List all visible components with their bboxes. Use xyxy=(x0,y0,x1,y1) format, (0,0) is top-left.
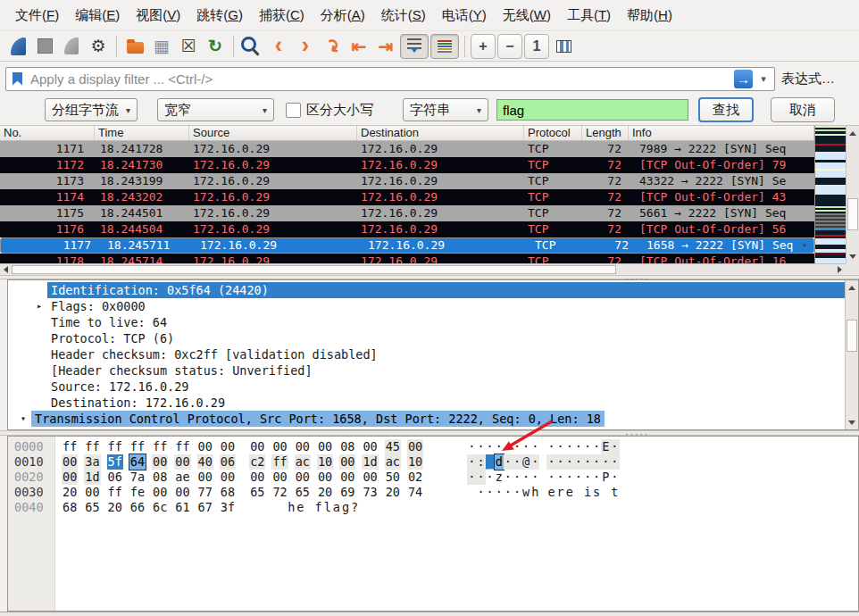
zoom-100-icon[interactable]: 1 xyxy=(524,34,549,59)
hex-byte[interactable]: ff xyxy=(271,454,288,470)
ascii-char[interactable]: · xyxy=(486,485,495,500)
ascii-char[interactable]: E xyxy=(601,439,610,454)
scroll-up-icon[interactable] xyxy=(846,281,858,294)
ascii-char[interactable]: · xyxy=(610,470,619,485)
ascii-char[interactable]: · xyxy=(592,454,601,470)
ascii-char[interactable]: · xyxy=(513,485,521,500)
add-filter-button[interactable]: + xyxy=(855,69,859,88)
hex-byte[interactable]: 00 xyxy=(220,470,236,485)
ascii-char[interactable]: · xyxy=(495,439,504,454)
menu-telephony[interactable]: 电话(Y) xyxy=(434,3,495,29)
packet-list-vertical-scrollbar[interactable] xyxy=(846,126,859,263)
detail-row[interactable]: [Header checksum status: Unverified] xyxy=(8,362,858,379)
menu-statistics[interactable]: 统计(S) xyxy=(373,3,434,29)
ascii-char[interactable]: · xyxy=(467,439,476,454)
hex-byte[interactable]: ac xyxy=(295,454,311,470)
detail-row[interactable]: Identification: 0x5f64 (24420) xyxy=(8,282,858,298)
scroll-up-icon[interactable] xyxy=(846,127,859,139)
hex-byte[interactable]: ff xyxy=(107,439,123,454)
ascii-char[interactable]: · xyxy=(467,470,476,485)
ascii-char[interactable]: · xyxy=(504,485,513,500)
menu-view[interactable]: 视图(V) xyxy=(128,3,188,29)
column-header-time[interactable]: Time xyxy=(95,126,189,140)
stop-capture-icon[interactable] xyxy=(32,34,57,59)
hex-byte[interactable]: 00 xyxy=(197,470,213,485)
hex-byte[interactable]: 50 xyxy=(385,470,401,485)
hex-byte[interactable]: 00 xyxy=(249,439,265,454)
hex-byte[interactable]: 45 xyxy=(385,439,401,454)
expander-icon[interactable]: ▾ xyxy=(17,411,29,427)
hex-byte[interactable]: 7a xyxy=(129,470,146,485)
zoom-in-icon[interactable]: + xyxy=(471,34,496,59)
hex-byte[interactable]: 06 xyxy=(220,454,236,470)
ascii-char[interactable]: · xyxy=(504,454,513,470)
char-width-select[interactable]: 宽窄 xyxy=(157,98,274,121)
hex-byte[interactable]: 73 xyxy=(362,485,378,500)
ascii-char[interactable] xyxy=(574,485,583,500)
ascii-char[interactable]: d xyxy=(495,454,504,470)
hex-byte[interactable]: 02 xyxy=(407,470,423,485)
search-scope-select[interactable]: 分组字节流 xyxy=(45,98,138,121)
hex-byte[interactable]: ff xyxy=(152,439,168,454)
ascii-char[interactable]: · xyxy=(592,439,601,454)
ascii-char[interactable]: · xyxy=(504,470,513,485)
hex-byte[interactable]: 68 xyxy=(220,485,236,500)
hex-byte[interactable]: 08 xyxy=(339,439,355,454)
column-header-destination[interactable]: Destination xyxy=(357,126,524,140)
detail-row[interactable]: Header checksum: 0xc2ff [validation disa… xyxy=(8,346,858,362)
ascii-char[interactable]: · xyxy=(530,439,539,454)
hex-byte[interactable]: fe xyxy=(129,485,146,500)
hex-byte[interactable]: ff xyxy=(174,439,190,454)
ascii-char[interactable]: · xyxy=(565,439,574,454)
ascii-char[interactable]: · xyxy=(530,454,539,470)
menu-edit[interactable]: 编辑(E) xyxy=(67,3,128,29)
packet-row[interactable]: 117618.244504172.16.0.29172.16.0.29TCP72… xyxy=(0,221,814,237)
hex-byte[interactable]: 1d xyxy=(362,454,378,470)
ascii-char[interactable]: · xyxy=(592,470,601,485)
ascii-char[interactable]: s xyxy=(592,485,601,500)
hex-byte[interactable]: 74 xyxy=(407,485,423,500)
hex-byte[interactable]: 10 xyxy=(407,454,423,470)
hex-byte[interactable]: 61 xyxy=(174,500,190,515)
display-filter-input[interactable] xyxy=(5,67,775,91)
ascii-char[interactable]: · xyxy=(556,470,565,485)
hex-byte[interactable]: 20 xyxy=(62,485,78,500)
menu-go[interactable]: 跳转(G) xyxy=(188,3,251,29)
hex-byte[interactable]: 00 xyxy=(295,439,311,454)
save-file-icon[interactable]: ▦ xyxy=(149,34,174,59)
ascii-char[interactable]: · xyxy=(556,454,565,470)
hex-byte[interactable]: ae xyxy=(174,470,190,485)
hex-byte[interactable]: 65 xyxy=(249,485,265,500)
ascii-char[interactable]: · xyxy=(546,439,555,454)
hex-byte[interactable]: 20 xyxy=(317,485,333,500)
details-vertical-scrollbar[interactable] xyxy=(845,280,858,429)
search-type-select[interactable]: 字符串 xyxy=(403,98,488,121)
menu-wireless[interactable]: 无线(W) xyxy=(495,3,559,29)
ascii-char[interactable]: g xyxy=(341,500,350,515)
detail-row[interactable]: ▸Flags: 0x0000 xyxy=(8,298,858,314)
column-header-protocol[interactable]: Protocol xyxy=(524,126,582,140)
hex-byte[interactable]: 20 xyxy=(107,500,123,515)
cancel-button[interactable]: 取消 xyxy=(771,97,835,122)
hex-byte[interactable]: ff xyxy=(107,485,123,500)
hex-byte[interactable]: 65 xyxy=(295,485,311,500)
hex-byte[interactable]: 00 xyxy=(174,454,190,470)
hex-byte[interactable]: 00 xyxy=(317,439,333,454)
ascii-char[interactable]: · xyxy=(521,439,530,454)
scroll-left-icon[interactable] xyxy=(0,264,12,275)
hex-byte[interactable]: 06 xyxy=(107,470,123,485)
ascii-char[interactable]: · xyxy=(546,454,555,470)
find-button[interactable]: 查找 xyxy=(698,97,754,122)
display-filter-field[interactable] xyxy=(5,67,775,91)
colorize-icon[interactable] xyxy=(430,34,459,59)
go-last-icon[interactable]: ⇥ xyxy=(373,34,398,59)
hex-byte[interactable]: 5f xyxy=(107,454,123,470)
ascii-char[interactable]: ? xyxy=(350,500,359,515)
hex-byte[interactable]: 10 xyxy=(317,454,333,470)
detail-row[interactable]: Destination: 172.16.0.29 xyxy=(8,395,858,411)
ascii-char[interactable]: · xyxy=(556,439,565,454)
filter-history-dropdown-icon[interactable] xyxy=(756,71,771,87)
menu-help[interactable]: 帮助(H) xyxy=(619,3,680,29)
detail-row[interactable]: Protocol: TCP (6) xyxy=(8,330,858,346)
ascii-char[interactable]: f xyxy=(314,500,323,515)
